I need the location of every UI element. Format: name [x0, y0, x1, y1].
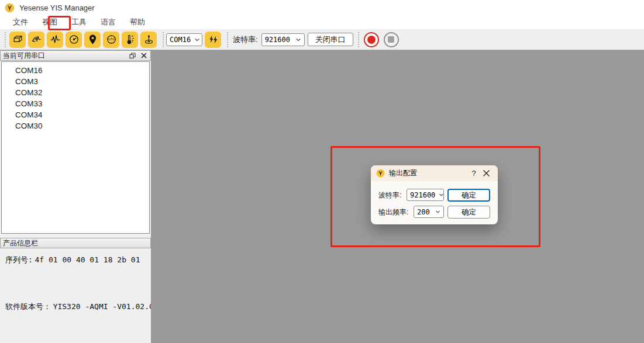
- cube-3d-icon: [12, 34, 23, 45]
- toolbar-grip[interactable]: [5, 32, 6, 47]
- port-list-item[interactable]: COM30: [2, 120, 149, 131]
- app-logo-icon: [376, 169, 385, 178]
- utc-clock-icon: UTC: [106, 34, 117, 45]
- window-titlebar: Yesense YIS Manager: [0, 0, 644, 15]
- workspace: 当前可用串口 COM16 COM3 COM32 COM33 COM34 COM3…: [0, 50, 644, 343]
- software-version-label: 软件版本号：: [5, 302, 51, 311]
- serial-port-dock-panel: 当前可用串口 COM16 COM3 COM32 COM33 COM34 COM3…: [0, 50, 151, 343]
- record-button[interactable]: [364, 32, 379, 47]
- gauge-icon: [68, 34, 80, 45]
- dock-panel-title: 当前可用串口: [3, 51, 45, 61]
- view-3d-button[interactable]: [9, 32, 26, 48]
- port-select[interactable]: COM16: [166, 33, 202, 46]
- record-icon: [367, 36, 376, 44]
- main-canvas: 输出配置 ? 波特率: 921600 确定 输出频率:: [151, 50, 644, 343]
- close-panel-button[interactable]: [140, 51, 148, 60]
- dialog-help-button[interactable]: ?: [468, 169, 480, 178]
- software-version-line: 软件版本号： YIS320 -AQMI -V01.02.03;: [5, 302, 163, 312]
- location-button[interactable]: [84, 32, 101, 48]
- chevron-down-icon: [432, 209, 440, 214]
- product-info-title: 产品信息栏: [3, 238, 38, 248]
- baud-rate-select[interactable]: 921600: [261, 33, 305, 46]
- svg-text:UTC: UTC: [108, 38, 114, 41]
- baud-rate-label: 波特率:: [233, 34, 258, 45]
- stop-icon: [388, 36, 394, 43]
- chevron-down-icon: [191, 37, 200, 43]
- close-icon: [483, 170, 490, 176]
- software-version-value: YIS320 -AQMI -V01.02.03;: [53, 302, 163, 311]
- app-logo-icon: [5, 3, 15, 13]
- menu-view[interactable]: 视图: [35, 15, 64, 29]
- dialog-rate-label: 输出频率:: [378, 207, 408, 217]
- port-list-item[interactable]: COM34: [2, 109, 149, 120]
- menu-help[interactable]: 帮助: [123, 15, 152, 29]
- port-list-item[interactable]: COM33: [2, 98, 149, 109]
- output-config-dialog: 输出配置 ? 波特率: 921600 确定 输出频率:: [371, 165, 498, 224]
- menu-language[interactable]: 语言: [94, 15, 123, 29]
- port-select-value: COM16: [170, 36, 191, 44]
- baud-rate-value: 921600: [265, 36, 290, 44]
- close-icon: [141, 53, 147, 58]
- menu-bar: 文件 视图 工具 语言 帮助: [0, 15, 644, 29]
- thermometer-icon: [125, 34, 136, 45]
- chevron-down-icon: [435, 192, 444, 198]
- port-list-item[interactable]: COM32: [2, 87, 149, 98]
- utc-time-button[interactable]: UTC: [103, 32, 119, 48]
- toolbar-grip[interactable]: [358, 32, 359, 47]
- close-serial-port-button[interactable]: 关闭串口: [308, 33, 353, 46]
- magnetometer-button[interactable]: [140, 32, 157, 48]
- magnetometer-probe-icon: [143, 34, 154, 45]
- gauge-button[interactable]: [66, 32, 82, 48]
- dialog-close-button[interactable]: [480, 170, 493, 176]
- refresh-ports-button[interactable]: [205, 32, 221, 48]
- float-window-icon: [129, 53, 136, 59]
- port-list-item[interactable]: COM3: [2, 76, 149, 87]
- float-panel-button[interactable]: [128, 51, 136, 60]
- dialog-baud-label: 波特率:: [378, 190, 401, 200]
- menu-tools[interactable]: 工具: [64, 15, 94, 29]
- product-info-header: 产品信息栏: [0, 238, 151, 248]
- dock-panel-header: 当前可用串口: [0, 50, 151, 61]
- signal-pulse-button[interactable]: [47, 32, 63, 48]
- dialog-rate-ok-button[interactable]: 确定: [447, 206, 490, 219]
- menu-file[interactable]: 文件: [6, 15, 35, 29]
- toolbar-grip[interactable]: [163, 32, 164, 47]
- dialog-baud-value: 921600: [410, 191, 435, 199]
- dialog-title: 输出配置: [389, 168, 417, 178]
- serial-number-label: 序列号:: [5, 255, 33, 264]
- temperature-button[interactable]: [122, 32, 138, 48]
- serial-number-line: 序列号: 4f 01 00 40 01 18 2b 01: [5, 255, 140, 265]
- dialog-rate-value: 200: [417, 208, 430, 216]
- dialog-rate-select[interactable]: 200: [414, 206, 444, 218]
- attitude-wave-button[interactable]: [28, 32, 44, 48]
- available-ports-list: COM16 COM3 COM32 COM33 COM34 COM30: [1, 61, 150, 234]
- stop-button[interactable]: [384, 32, 399, 47]
- toolbar: UTC COM16 波特率: 921600 关闭串口: [0, 29, 644, 50]
- dialog-baud-ok-button[interactable]: 确定: [447, 189, 490, 202]
- dialog-titlebar[interactable]: 输出配置 ?: [371, 165, 498, 181]
- attitude-wave-icon: [31, 34, 42, 45]
- window-title: Yesense YIS Manager: [19, 4, 95, 12]
- location-pin-icon: [87, 34, 98, 45]
- port-list-item[interactable]: COM16: [2, 65, 149, 76]
- chevron-down-icon: [292, 37, 301, 43]
- serial-number-value: 4f 01 00 40 01 18 2b 01: [35, 255, 140, 264]
- signal-pulse-icon: [50, 34, 61, 45]
- toolbar-grip[interactable]: [227, 32, 228, 47]
- lightning-bolts-icon: [208, 34, 219, 45]
- dialog-baud-select[interactable]: 921600: [407, 189, 444, 201]
